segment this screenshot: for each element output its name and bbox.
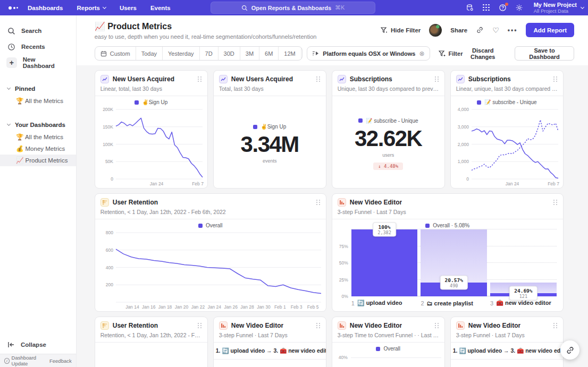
sidebar-item-label: 📈 Product Metrics [16, 157, 68, 164]
svg-text:600: 600 [106, 247, 113, 253]
funnel-step-label[interactable]: 2🗂 create playlist [421, 300, 487, 306]
top-right-actions: My New Project All Project Data [466, 0, 584, 15]
sidebar-item-all-the-metrics[interactable]: 🏆 All the Metrics [0, 131, 76, 143]
legend-swatch [425, 224, 430, 228]
drag-handle-icon[interactable] [553, 323, 558, 329]
line-chart[interactable]: 800600400200Jan 14Jan 16Jan 18Jan 20Jan … [97, 229, 324, 310]
range-3m[interactable]: 3M [240, 47, 259, 60]
apps-grid-icon[interactable] [482, 4, 491, 12]
your-dashboards-section-header[interactable]: Your Dashboards [0, 118, 76, 131]
drag-handle-icon[interactable] [553, 76, 558, 82]
funnel-step-label[interactable]: 3🧰 new video editor [490, 300, 557, 306]
svg-text:Jan 20: Jan 20 [174, 304, 188, 310]
range-30d[interactable]: 30D [218, 47, 240, 60]
drag-handle-icon[interactable] [198, 323, 202, 329]
funnel-step-bar[interactable]: 24.69%121 [490, 229, 557, 296]
copy-link-fab[interactable] [560, 340, 579, 360]
data-management-icon[interactable] [466, 4, 474, 12]
filter-chip-platform[interactable]: Platform equals OSX or Windows ⊗ [307, 46, 430, 61]
funnel-conversion-selector[interactable]: 1. 🔄 upload video → 3. 🧰 new video edito… [214, 343, 326, 360]
filter-button[interactable]: Filter [439, 50, 463, 57]
svg-text:400: 400 [106, 265, 113, 270]
sidebar-recents[interactable]: Recents [0, 39, 76, 55]
sidebar-item-product-metrics[interactable]: 📈 Product Metrics [0, 155, 76, 166]
drag-handle-icon[interactable] [198, 76, 202, 82]
legend-swatch [376, 347, 380, 351]
chart-legend: 📝 subscribe - Unique [451, 96, 563, 106]
project-selector[interactable]: My New Project All Project Data [534, 2, 584, 14]
funnel-step-label[interactable]: 1🔄 upload video [351, 300, 418, 306]
svg-text:50K: 50K [105, 159, 113, 164]
add-report-button[interactable]: Add Report [526, 23, 574, 37]
dashboard-grid: New Users Acquired Linear, total, last 3… [77, 65, 588, 367]
funnel-plus-icon [439, 50, 446, 57]
nav-dashboards[interactable]: Dashboards [28, 5, 63, 11]
svg-text:100K: 100K [103, 142, 113, 147]
range-today[interactable]: Today [136, 47, 162, 60]
drag-handle-icon[interactable] [316, 323, 321, 329]
pinned-section-header[interactable]: Pinned [0, 82, 76, 95]
change-badge: ↓ 4.48% [373, 163, 403, 170]
range-default[interactable]: Default [301, 47, 303, 60]
funnel-chart[interactable]: Overall · 5.08% 75%50%25%0%100%2,38220.5… [332, 219, 563, 311]
settings-gear-icon[interactable] [515, 4, 524, 12]
sidebar-search[interactable]: Search [0, 23, 76, 39]
sidebar-item-money-metrics[interactable]: 💰 Money Metrics [0, 143, 76, 155]
help-icon[interactable] [499, 4, 507, 12]
retention-chart-icon [100, 321, 109, 330]
feedback-link[interactable]: Feedback [49, 358, 72, 364]
hide-filter-button[interactable]: Hide Filter [381, 27, 421, 33]
range-6m[interactable]: 6M [259, 47, 278, 60]
mixpanel-logo-icon[interactable] [9, 6, 18, 10]
copy-link-icon[interactable] [476, 26, 484, 34]
favorite-heart-icon[interactable]: ♡ [492, 26, 499, 35]
svg-text:Feb 7: Feb 7 [548, 181, 559, 186]
nav-events[interactable]: Events [150, 5, 171, 11]
line-chart[interactable]: 200K150K100K50K0Jan 24Feb 7 [97, 106, 206, 187]
discard-changes-button[interactable]: Discard Changes [463, 47, 503, 60]
insight-chart-icon [338, 75, 346, 83]
drag-handle-icon[interactable] [316, 200, 321, 206]
funnel-step-bar[interactable]: 100%2,382 [351, 229, 418, 296]
svg-text:3,000: 3,000 [457, 124, 469, 130]
sidebar-new-dashboard[interactable]: + New Dashboard [0, 55, 76, 71]
nav-reports[interactable]: Reports [77, 5, 105, 11]
more-options-icon[interactable]: ••• [508, 27, 518, 34]
legend-swatch [198, 224, 203, 228]
range-yesterday[interactable]: Yesterday [162, 47, 199, 60]
drag-handle-icon[interactable] [553, 200, 558, 206]
line-chart[interactable]: 4,0003,0002,0001,0000Jan 24Feb 7 [452, 106, 561, 187]
funnel-conversion-selector[interactable]: 1. 🔄 upload video → 3. 🧰 new video edito… [451, 343, 563, 360]
metric-value: 3.34M [241, 132, 299, 157]
avatar[interactable] [429, 24, 442, 37]
range-custom[interactable]: Custom [95, 47, 136, 60]
legend-swatch [358, 118, 363, 123]
svg-text:Jan 24: Jan 24 [150, 181, 164, 186]
range-12m[interactable]: 12M [278, 47, 300, 60]
sidebar-item-all-the-metrics[interactable]: 🏆 All the Metrics [0, 95, 76, 107]
svg-text:Feb 7: Feb 7 [192, 181, 204, 186]
sidebar-search-label: Search [21, 28, 41, 34]
sidebar-section-pinned: Pinned 🏆 All the Metrics [0, 82, 76, 107]
funnel-icon [381, 27, 388, 33]
global-search-input[interactable]: Open Reports & Dashboards ⌘K [211, 2, 375, 14]
svg-text:Jan 30: Jan 30 [257, 304, 271, 310]
svg-text:Feb 5: Feb 5 [307, 304, 318, 310]
funnel-value-tooltip: 24.69%121 [509, 286, 537, 300]
collapse-sidebar-button[interactable]: Collapse [0, 336, 76, 354]
drag-handle-icon[interactable] [435, 76, 439, 82]
card-title: New Users Acquired [113, 75, 174, 83]
search-shortcut: ⌘K [335, 4, 345, 11]
nav-users[interactable]: Users [120, 5, 137, 11]
drag-handle-icon[interactable] [435, 323, 439, 329]
dashboard-update-link[interactable]: Dashboard Update [12, 355, 47, 366]
share-button[interactable]: Share [450, 27, 467, 33]
sidebar-item-label: 🏆 All the Metrics [16, 97, 63, 105]
drag-handle-icon[interactable] [316, 76, 321, 82]
save-to-dashboard-button[interactable]: Save to Dashboard [515, 46, 574, 61]
remove-filter-icon[interactable]: ⊗ [419, 50, 424, 57]
collapse-label: Collapse [21, 342, 46, 348]
range-7d[interactable]: 7D [199, 47, 218, 60]
legend-label: 📝 subscribe - Unique [366, 118, 418, 124]
funnel-step-bar[interactable]: 20.57%490 [421, 229, 487, 296]
